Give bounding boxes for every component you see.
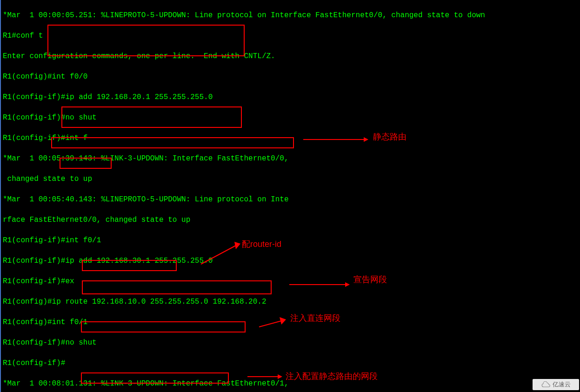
terminal-line: *Mar 1 00:05:39.143: %LINK-3-UPDOWN: Int… — [3, 153, 579, 164]
terminal-line: R1(config-if)#int f0/1 — [3, 235, 579, 246]
watermark-text: 亿速云 — [553, 379, 571, 390]
annotation-advertise-network: 宣告网段 — [353, 274, 387, 285]
terminal-line: Enter configuration commands, one per li… — [3, 51, 579, 61]
terminal-line: *Mar 1 00:00:05.251: %LINEPROTO-5-UPDOWN… — [3, 10, 579, 20]
terminal-line: R1(config-if)#int f — [3, 133, 579, 143]
terminal-line: R1(config-if)#ip add 192.168.20.1 255.25… — [3, 92, 579, 102]
terminal-line: R1(config)#int f0/0 — [3, 72, 579, 82]
terminal-line: *Mar 1 00:05:40.143: %LINEPROTO-5-UPDOWN… — [3, 194, 579, 205]
annotation-inject-connected: 注入直连网段 — [290, 313, 340, 323]
terminal-line: R1(config)#ip route 192.168.10.0 255.255… — [3, 297, 579, 307]
terminal-line: R1(config-if)#ex — [3, 276, 579, 286]
terminal-line: R1(config-if)#ip add 192.168.30.1 255.25… — [3, 256, 579, 266]
terminal-line: rface FastEthernet0/0, changed state to … — [3, 215, 579, 225]
terminal-line: R1(config-if)#no shut — [3, 113, 579, 123]
annotation-router-id: 配router-id — [242, 239, 281, 249]
watermark: 亿速云 — [533, 379, 579, 390]
terminal-line: R1(config-if)# — [3, 358, 579, 368]
cloud-icon — [541, 381, 551, 388]
terminal-output[interactable]: *Mar 1 00:00:05.251: %LINEPROTO-5-UPDOWN… — [1, 0, 580, 392]
terminal-line: changed state to up — [3, 174, 579, 184]
annotation-inject-static: 注入配置静态路由的网段 — [286, 371, 378, 381]
annotation-static-route: 静态路由 — [373, 132, 407, 142]
terminal-line: R1#conf t — [3, 31, 579, 41]
terminal-line: R1(config-if)#no shut — [3, 338, 579, 348]
